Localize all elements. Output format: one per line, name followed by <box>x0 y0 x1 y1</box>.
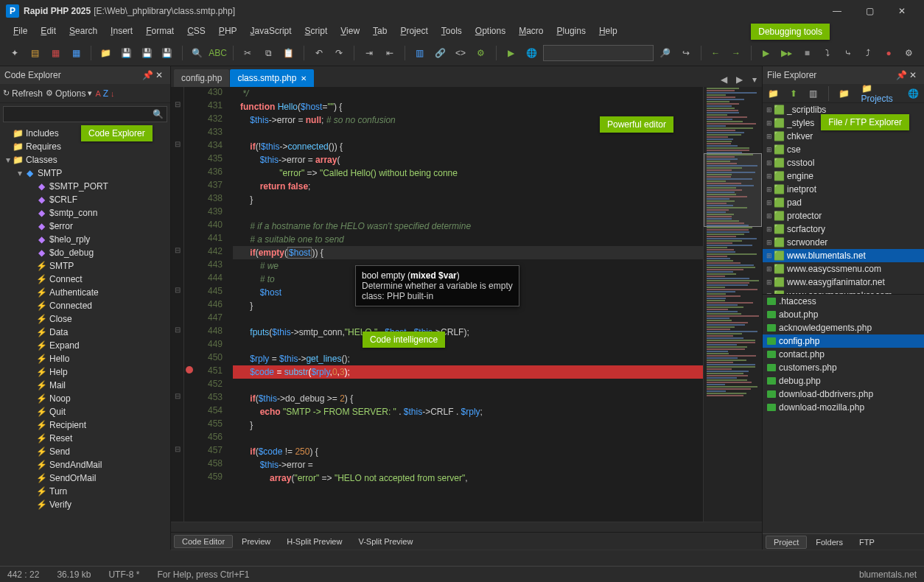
new-project-icon[interactable]: 📁 <box>766 85 781 102</box>
tree-item-authenticate[interactable]: ⚡Authenticate <box>0 286 170 299</box>
menu-view[interactable]: View <box>335 24 365 38</box>
search-input[interactable] <box>4 107 150 122</box>
tree-item-recipient[interactable]: ⚡Recipient <box>0 418 170 432</box>
folder-icon[interactable]: 📁 <box>836 85 852 102</box>
new-icon[interactable]: ✦ <box>6 44 24 62</box>
code-line[interactable]: $this->error = array( <box>233 153 703 166</box>
breakpoint-gutter[interactable] <box>184 87 195 522</box>
menu-edit[interactable]: Edit <box>35 24 62 38</box>
new-doc-icon[interactable]: ▤ <box>27 44 44 62</box>
folder-item[interactable]: ⊞🟩www.blumentals.net <box>763 249 924 262</box>
tree-item-help[interactable]: ⚡Help <box>0 365 170 379</box>
goto-icon[interactable]: ↪ <box>677 44 695 62</box>
tree-item-smtp[interactable]: ⚡SMTP <box>0 259 170 273</box>
globe-icon[interactable]: 🌐 <box>906 85 921 102</box>
code-line[interactable]: function Hello($host="") { <box>233 100 703 113</box>
tree-item-data[interactable]: ⚡Data <box>0 326 170 339</box>
code-line[interactable] <box>233 339 703 352</box>
code-line[interactable]: } <box>233 193 703 206</box>
view-tab-v-split-preview[interactable]: V-Split Preview <box>351 536 420 547</box>
code-line[interactable]: if(!$this->connected()) { <box>233 140 703 153</box>
editor[interactable]: ⊟⊟⊟⊟⊟⊟⊟ 43043143243343443543643743843944… <box>171 87 762 522</box>
options-button[interactable]: ⚙ Options ▾ <box>46 88 92 99</box>
window-maximize-button[interactable]: ▢ <box>853 0 886 22</box>
link-icon[interactable]: 🔗 <box>431 44 449 62</box>
sort-button[interactable]: AZ↓ <box>95 88 114 99</box>
window-close-button[interactable]: ✕ <box>886 0 918 22</box>
code-line[interactable]: return false; <box>233 180 703 193</box>
menu-tools[interactable]: Tools <box>435 24 468 38</box>
outdent-icon[interactable]: ⇤ <box>381 44 399 62</box>
debug-stop-icon[interactable]: ■ <box>798 44 816 62</box>
panel-icon[interactable]: ▥ <box>411 44 429 62</box>
tree-item-noop[interactable]: ⚡Noop <box>0 392 170 405</box>
cut-icon[interactable]: ✂ <box>239 44 257 62</box>
code-line[interactable]: if($this->do_debug >= 2) { <box>233 392 703 405</box>
folder-item[interactable]: ⊞🟩scrfactory <box>763 222 924 236</box>
file-item[interactable]: download-dbdrivers.php <box>763 388 924 401</box>
tree-item-verify[interactable]: ⚡Verify <box>0 498 170 511</box>
view-tab-h-split-preview[interactable]: H-Split Preview <box>279 536 349 547</box>
code-line[interactable] <box>233 379 703 392</box>
find-in-files-icon[interactable]: 🔎 <box>657 44 674 62</box>
tree-item-send[interactable]: ⚡Send <box>0 445 170 458</box>
menu-javascript[interactable]: JavaScript <box>245 24 298 38</box>
menu-php[interactable]: PHP <box>213 24 243 38</box>
tree-item-sendormail[interactable]: ⚡SendOrMail <box>0 471 170 485</box>
nav-back-icon[interactable]: ← <box>707 44 725 62</box>
tree-item-hello[interactable]: ⚡Hello <box>0 352 170 365</box>
code-line[interactable]: # a suitable one to send <box>233 233 703 246</box>
tree-item-connect[interactable]: ⚡Connect <box>0 273 170 286</box>
menu-macro[interactable]: Macro <box>513 24 549 38</box>
tree-item-smtpport[interactable]: ◆$SMTP_PORT <box>0 180 170 193</box>
tree-item-requires[interactable]: 📁Requires <box>0 140 170 153</box>
folder-item[interactable]: ⊞🟩www.easygifanimator.net <box>763 276 924 289</box>
folder-tree[interactable]: ⊞🟩_scriptlibs⊞🟩_styles⊞🟩chkver⊞🟩cse⊞🟩css… <box>763 103 924 295</box>
file-item[interactable]: acknowledgements.php <box>763 321 924 334</box>
editor-tab[interactable]: class.smtp.php✕ <box>230 69 314 87</box>
menu-project[interactable]: Project <box>394 24 433 38</box>
tree-item-classes[interactable]: ▾📁Classes <box>0 153 170 166</box>
folder-item[interactable]: ⊞🟩www.easymenumaker.com <box>763 289 924 295</box>
folder-item[interactable]: ⊞🟩cse <box>763 143 924 156</box>
file-item[interactable]: download-mozilla.php <box>763 401 924 414</box>
tree-item-turn[interactable]: ⚡Turn <box>0 485 170 498</box>
tab-menu-icon[interactable]: ▾ <box>747 72 762 87</box>
tab-close-icon[interactable]: ✕ <box>301 74 307 83</box>
tab-prev-icon[interactable]: ◀ <box>716 72 731 87</box>
refresh-button[interactable]: ↻ Refresh <box>3 88 43 99</box>
code-line[interactable]: if(empty($host)) { <box>233 246 703 259</box>
brand-link[interactable]: blumentals.net <box>859 569 917 580</box>
debug-settings-icon[interactable]: ⚙ <box>900 44 918 62</box>
paste-icon[interactable]: 📋 <box>280 44 298 62</box>
url-input[interactable] <box>543 45 654 61</box>
window-minimize-button[interactable]: — <box>821 0 853 22</box>
tree-item-error[interactable]: ◆$error <box>0 220 170 233</box>
code-line[interactable]: $this->error = <box>233 458 703 471</box>
debug-step-icon[interactable]: ▶▸ <box>778 44 796 62</box>
code-line[interactable]: # if a hostname for the HELO wasn't spec… <box>233 220 703 233</box>
code-line[interactable]: array("error" => "HELO not accepted from… <box>233 471 703 485</box>
run-icon[interactable]: ▶ <box>503 44 520 62</box>
code-line[interactable] <box>233 312 703 326</box>
debug-into-icon[interactable]: ⤷ <box>839 44 857 62</box>
tree-item-sendandmail[interactable]: ⚡SendAndMail <box>0 458 170 471</box>
copy-icon[interactable]: ⧉ <box>259 44 277 62</box>
menu-format[interactable]: Format <box>140 24 180 38</box>
tree-item-connected[interactable]: ⚡Connected <box>0 299 170 312</box>
browser-icon[interactable]: 🌐 <box>522 44 540 62</box>
up-icon[interactable]: ⬆ <box>785 85 801 102</box>
editor-hscroll[interactable] <box>171 522 762 532</box>
menu-css[interactable]: CSS <box>181 24 211 38</box>
indent-icon[interactable]: ⇥ <box>360 44 378 62</box>
code-line[interactable]: echo "SMTP -> FROM SERVER: " . $this->CR… <box>233 405 703 418</box>
undo-icon[interactable]: ↶ <box>310 44 328 62</box>
projects-label[interactable]: 📁 Projects <box>861 83 901 104</box>
pin-icon[interactable]: 📌 <box>142 70 153 80</box>
code-line[interactable] <box>233 432 703 445</box>
fe-tab-ftp[interactable]: FTP <box>852 536 882 548</box>
menu-help[interactable]: Help <box>593 24 623 38</box>
folder-item[interactable]: ⊞🟩www.easycssmenu.com <box>763 262 924 276</box>
debug-out-icon[interactable]: ⤴ <box>860 44 878 62</box>
code-line[interactable] <box>233 206 703 220</box>
